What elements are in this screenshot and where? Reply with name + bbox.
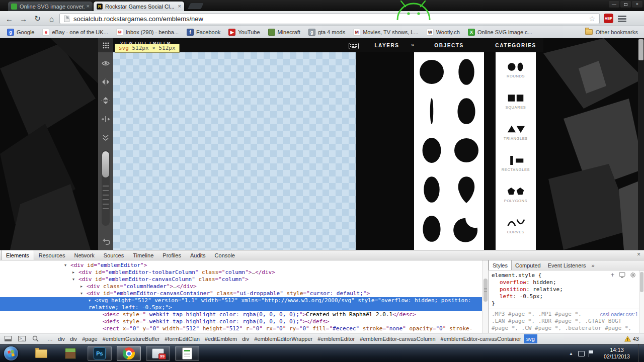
undo-icon[interactable] <box>98 234 113 249</box>
devtools-tab-profiles[interactable]: Profiles <box>158 250 186 260</box>
warning-counter[interactable]: 43 <box>624 336 639 342</box>
page-scrollbar[interactable] <box>638 38 644 250</box>
breadcrumb-item[interactable]: div <box>239 334 252 343</box>
css-property[interactable]: left: -0.5px; <box>492 293 641 300</box>
tray-chevron-icon[interactable]: ▲ <box>569 351 573 356</box>
taskbar-notes-icon[interactable] <box>175 346 199 361</box>
window-minimize-button[interactable]: — <box>609 1 619 8</box>
tab-close-icon[interactable]: × <box>87 4 90 9</box>
sidebar-overflow-icon[interactable]: » <box>590 260 597 270</box>
devtools-tab-timeline[interactable]: Timeline <box>128 250 158 260</box>
element-state-icon[interactable] <box>619 272 625 278</box>
devtools-tab-elements[interactable]: Elements <box>1 250 34 260</box>
shape-ellipse-tall[interactable] <box>414 170 449 209</box>
shape-oval[interactable] <box>414 131 449 170</box>
breadcrumb-item[interactable]: svg <box>524 334 537 343</box>
shape-sliver[interactable] <box>414 92 449 131</box>
breadcrumb-item[interactable]: #emblemEditor-canvasColumn <box>357 334 438 343</box>
reload-button[interactable]: ↻ <box>31 13 44 25</box>
show-desktop-button[interactable] <box>638 344 644 362</box>
action-center-flag-icon[interactable] <box>589 350 594 357</box>
bookmark-item[interactable]: WWootly.ch <box>423 27 464 37</box>
dom-tree-node[interactable]: <defs style="-webkit-tap-highlight-color… <box>0 318 482 325</box>
taskbar-app-99-icon[interactable]: 99 <box>146 346 170 361</box>
shape-egg[interactable] <box>414 209 449 248</box>
dom-tree-node[interactable]: ▸<div id="emblemEditor-toolbarColumn" cl… <box>0 269 482 276</box>
grid-icon[interactable] <box>102 42 110 49</box>
dock-side-icon[interactable] <box>3 335 14 343</box>
bookmark-item[interactable]: ggta 4 mods <box>304 27 349 37</box>
dom-tree-node[interactable]: <rect x="0" y="0" width="512" height="51… <box>0 325 482 332</box>
zoom-slider[interactable] <box>102 150 110 226</box>
bookmark-star-icon[interactable]: ☆ <box>589 15 595 23</box>
css-property[interactable]: overflow: hidden; <box>492 279 641 286</box>
breadcrumb-item[interactable]: #emblemEditor-canvasContainer <box>438 334 524 343</box>
console-toggle-icon[interactable]: >_ <box>16 335 27 343</box>
bookmark-item[interactable]: fFacebook <box>183 27 224 37</box>
breadcrumb-item[interactable]: div <box>55 334 67 343</box>
start-button[interactable] <box>4 346 18 360</box>
category-curves[interactable]: CURVES <box>496 210 536 241</box>
sidebar-tab-styles[interactable]: Styles <box>489 260 512 270</box>
shape-circle[interactable] <box>449 131 485 170</box>
tab-close-icon[interactable]: × <box>178 4 181 9</box>
forward-button[interactable]: → <box>17 13 30 25</box>
styles-scrollbar[interactable] <box>639 270 644 333</box>
scrollbar-thumb[interactable] <box>640 272 643 292</box>
gear-icon[interactable] <box>630 272 636 278</box>
window-close-button[interactable]: × <box>632 1 642 8</box>
flip-horizontal-icon[interactable] <box>98 74 113 89</box>
bookmark-item[interactable]: XOnline SVG image c... <box>464 27 536 37</box>
breadcrumb-item[interactable]: … <box>45 334 55 343</box>
css-source-link[interactable]: cssLoader.css:1 <box>600 311 638 318</box>
breadcrumb-item[interactable]: #formEditClan <box>162 334 202 343</box>
shape-teardrop[interactable] <box>449 170 485 209</box>
slider-thumb[interactable] <box>102 151 109 177</box>
category-rectangles[interactable]: RECTANGLES <box>496 148 536 179</box>
taskbar-clock[interactable]: 14:13 02/11/2013 <box>599 347 635 360</box>
devtools-tab-network[interactable]: Network <box>69 250 99 260</box>
category-triangles[interactable]: TRIANGLES <box>496 117 536 148</box>
breadcrumb-item[interactable]: #emblemEditorWrapper <box>252 334 315 343</box>
keyboard-icon[interactable] <box>349 42 359 51</box>
devtools-tab-resources[interactable]: Resources <box>34 250 70 260</box>
taskbar-minecraft-icon[interactable] <box>58 346 83 361</box>
align-center-icon[interactable] <box>98 112 113 127</box>
bookmark-item[interactable]: gGoogle <box>3 27 38 37</box>
tree-scrollbar[interactable] <box>482 260 488 333</box>
dom-tree-node[interactable]: ▾<svg height="512" version="1.1" width="… <box>0 297 482 311</box>
category-polygons[interactable]: POLYGONS <box>496 179 536 210</box>
flip-vertical-icon[interactable] <box>98 93 113 108</box>
back-button[interactable]: ← <box>3 13 16 25</box>
breadcrumb-item[interactable]: #page <box>79 334 100 343</box>
dom-tree-node[interactable]: <desc style="-webkit-tap-highlight-color… <box>0 311 482 318</box>
devtools-tab-console[interactable]: Console <box>210 250 239 260</box>
breadcrumb-item[interactable]: #emblemEditor <box>315 334 357 343</box>
adblock-icon[interactable]: ABP <box>604 14 613 23</box>
dom-tree-node[interactable]: ▸<div class="columnHeader">…</div> <box>0 283 482 290</box>
scrollbar-thumb[interactable] <box>638 39 643 60</box>
breadcrumb-item[interactable]: #emblemGestureBuffer <box>100 334 163 343</box>
bookmark-item[interactable]: ▶YouTube <box>224 27 264 37</box>
sidebar-tab-event-listeners[interactable]: Event Listeners <box>544 260 590 270</box>
shape-egg[interactable] <box>449 92 485 131</box>
bookmark-item[interactable]: Minecraft <box>264 27 304 37</box>
new-tab-button[interactable] <box>188 3 204 9</box>
devtools-tab-sources[interactable]: Sources <box>99 250 128 260</box>
dom-tree-node[interactable]: ▾<div id="emblemEditor"> <box>0 262 482 269</box>
dom-tree-node[interactable]: ▾<div id="emblemEditor-canvasColumn" cla… <box>0 276 482 283</box>
home-button[interactable]: ⌂ <box>45 13 58 25</box>
shape-crescent[interactable] <box>449 209 485 248</box>
tab-online-svg-converter[interactable]: Online SVG image conver... × <box>8 2 93 11</box>
inspect-magnifier-icon[interactable] <box>30 335 41 343</box>
devtools-close-icon[interactable]: × <box>637 251 640 257</box>
collapse-icon[interactable] <box>98 130 113 145</box>
breadcrumb-item[interactable]: div <box>67 334 79 343</box>
bookmark-item[interactable]: MMovies, TV shows, L... <box>349 27 422 37</box>
taskbar-chrome-icon[interactable] <box>117 346 141 361</box>
layers-panel-header[interactable]: LAYERS <box>366 38 408 52</box>
shape-ellipse-tall[interactable] <box>449 52 485 92</box>
sidebar-tab-computed[interactable]: Computed <box>512 260 544 270</box>
css-property[interactable]: position: relative; <box>492 286 641 293</box>
emblem-canvas[interactable] <box>113 52 356 250</box>
